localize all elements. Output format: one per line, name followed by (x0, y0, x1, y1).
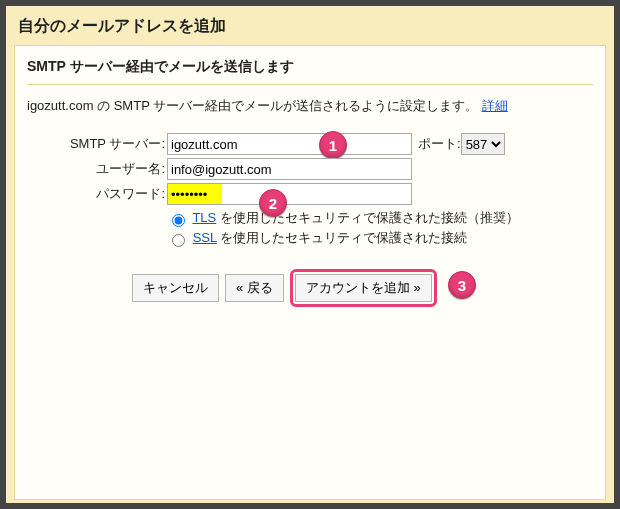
add-button-highlight: アカウントを追加 » (290, 269, 437, 307)
label-smtp: SMTP サーバー: (27, 135, 167, 153)
callout-3: 3 (448, 271, 476, 299)
label-port: ポート: (418, 135, 461, 153)
cancel-button[interactable]: キャンセル (132, 274, 219, 302)
radio-ssl[interactable] (172, 234, 185, 247)
row-user: ユーザー名: (27, 158, 593, 180)
callout-2: 2 (259, 189, 287, 217)
ssl-text: を使用したセキュリティで保護された接続 (217, 230, 468, 245)
dialog-window: 自分のメールアドレスを追加 SMTP サーバー経由でメールを送信します igoz… (5, 5, 615, 504)
description: igozutt.com の SMTP サーバー経由でメールが送信されるように設定… (27, 85, 593, 121)
smtp-server-input[interactable] (167, 133, 412, 155)
username-input[interactable] (167, 158, 412, 180)
window-title: 自分のメールアドレスを追加 (6, 6, 614, 45)
radio-tls-row: TLS を使用したセキュリティで保護された接続（推奨） (167, 209, 593, 227)
port-select[interactable]: 587 (461, 133, 505, 155)
button-row: キャンセル « 戻る アカウントを追加 » 3 (132, 269, 593, 307)
radio-ssl-row: SSL を使用したセキュリティで保護された接続 (167, 229, 593, 247)
row-pass: パスワード: 2 (27, 183, 593, 205)
description-text: igozutt.com の SMTP サーバー経由でメールが送信されるように設定… (27, 98, 478, 113)
security-options: TLS を使用したセキュリティで保護された接続（推奨） SSL を使用したセキュ… (167, 209, 593, 247)
detail-link[interactable]: 詳細 (482, 98, 508, 113)
smtp-form: SMTP サーバー: ポート: 587 1 ユーザー名: パスワード: 2 (27, 133, 593, 307)
radio-tls[interactable] (172, 214, 185, 227)
callout-1: 1 (319, 131, 347, 159)
back-button[interactable]: « 戻る (225, 274, 284, 302)
tls-link[interactable]: TLS (192, 210, 216, 225)
main-panel: SMTP サーバー経由でメールを送信します igozutt.com の SMTP… (14, 45, 606, 500)
ssl-link[interactable]: SSL (193, 230, 217, 245)
label-pass: パスワード: (27, 185, 167, 203)
subtitle: SMTP サーバー経由でメールを送信します (27, 54, 593, 85)
add-account-button[interactable]: アカウントを追加 » (295, 274, 432, 302)
row-smtp: SMTP サーバー: ポート: 587 1 (27, 133, 593, 155)
label-user: ユーザー名: (27, 160, 167, 178)
password-input[interactable] (167, 183, 412, 205)
